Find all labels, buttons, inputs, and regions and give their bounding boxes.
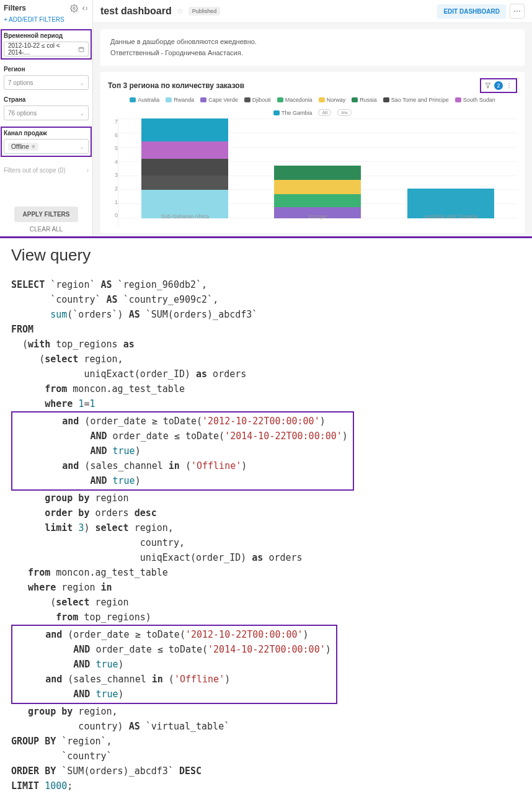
filters-out-of-scope[interactable]: Filters out of scope (0) › [4,167,89,174]
filter-label: Временной период [4,32,89,39]
svg-point-6 [508,85,510,86]
dots-icon [513,7,521,16]
chip-offline[interactable]: Offline × [8,143,38,151]
bar-label: Sub-Saharan Africa [161,213,209,220]
legend-item[interactable]: Cape Verde [200,97,238,103]
svg-point-2 [514,11,515,12]
bar-column[interactable]: Europe [262,166,373,218]
gear-icon[interactable] [70,4,78,12]
y-axis: 76543210 [108,118,118,227]
date-range-input[interactable]: 2012-10-22 ≤ col < 2014-… [4,42,89,56]
filter-region: Регион 7 options ⌄ [4,66,89,90]
clear-all-link[interactable]: CLEAR ALL [4,226,89,233]
dashboard-title: test dashboard [100,6,172,17]
published-badge: Published [188,7,221,16]
svg-point-4 [519,11,520,12]
svg-rect-1 [79,47,84,51]
svg-point-5 [508,83,510,84]
legend-item[interactable]: Djibouti [244,97,271,103]
add-edit-filters-link[interactable]: ADD/EDIT FILTERS [4,16,89,23]
legend-item[interactable]: Australia [130,97,159,103]
legend-inv-button[interactable]: Inv [337,109,352,116]
collapse-icon[interactable] [81,4,89,12]
sql-query: SELECT `region` AS `region_960db2`, `cou… [11,277,521,793]
legend-item[interactable]: The Gambia [273,109,313,116]
bar-column[interactable]: Sub-Saharan Africa [129,118,241,218]
chevron-down-icon: ⌄ [79,110,84,117]
applied-filters-badge[interactable]: 2 [494,81,503,90]
chart-title: Топ 3 региона по количеству заказов [108,81,244,90]
chevron-down-icon: ⌄ [79,143,84,150]
chevron-right-icon: › [87,167,89,174]
legend-item[interactable]: Russia [352,97,377,103]
legend-item[interactable]: South Sudan [455,97,495,103]
legend-item[interactable]: Rwanda [166,97,194,103]
chart-plot: Sub-Saharan AfricaEuropeAustralia and Oc… [118,118,517,227]
legend-all-button[interactable]: All [318,109,331,116]
view-query-title: View query [11,246,521,265]
legend-item[interactable]: Sao Tome and Principe [383,97,449,103]
legend-item[interactable]: Norway [319,97,346,103]
channel-select[interactable]: Offline × ⌄ [4,139,89,154]
filter-time-period: Временной период 2012-10-22 ≤ col < 2014… [1,29,92,60]
star-icon[interactable]: ☆ [177,7,184,16]
svg-point-7 [508,87,510,89]
apply-filters-button[interactable]: APPLY FILTERS [14,207,79,222]
bar-label: Australia and Oceania [423,213,479,220]
filter-icon[interactable] [484,82,492,89]
chevron-down-icon: ⌄ [79,79,84,86]
bar-column[interactable]: Australia and Oceania [395,189,507,218]
filters-title: Filters [4,4,26,12]
legend: AustraliaRwandaCape VerdeDjiboutiMacedon… [108,97,517,116]
filter-label: Страна [4,96,89,103]
dashboard-more-button[interactable] [510,4,525,19]
filter-label: Регион [4,66,89,73]
filter-label: Канал продаж [4,130,89,136]
edit-dashboard-button[interactable]: EDIT DASHBOARD [437,4,506,19]
chip-remove-icon[interactable]: × [32,143,35,150]
region-select[interactable]: 7 options ⌄ [4,75,89,90]
bar-label: Europe [309,213,327,220]
kebab-icon[interactable] [505,82,513,89]
filter-sales-channel: Канал продаж Offline × ⌄ [1,127,92,157]
filter-country: Страна 76 options ⌄ [4,96,89,120]
chart-card: Топ 3 региона по количеству заказов 2 Au… [100,72,525,233]
info-card: Данные в дашборде обновляются ежедневно.… [100,29,525,66]
calendar-icon [78,46,84,53]
legend-item[interactable]: Macedonia [277,97,313,103]
country-select[interactable]: 76 options ⌄ [4,105,89,120]
svg-point-3 [516,11,518,12]
svg-point-0 [73,7,75,9]
chart-controls: 2 [480,78,517,93]
